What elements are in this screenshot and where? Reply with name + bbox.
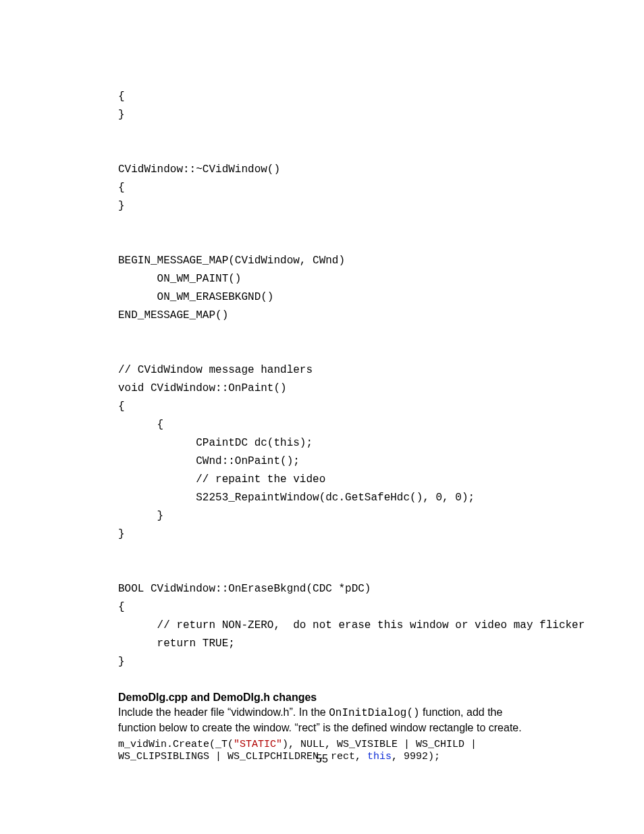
code-block-main: { } CVidWindow::~CVidWindow() { } BEGIN_… [118,88,526,671]
prose-text-1: Include the header file “vidwindow.h”. I… [118,706,329,718]
document-page: { } CVidWindow::~CVidWindow() { } BEGIN_… [0,0,644,834]
inline-code-oninitdialog: OnInitDialog() [329,707,419,719]
section-paragraph: Include the header file “vidwindow.h”. I… [118,705,526,735]
snippet-string-literal: "STATIC" [234,739,282,750]
snippet-part-1: m_vidWin.Create(_T( [118,739,234,750]
page-number: 55 [0,753,644,765]
section-heading: DemoDlg.cpp and DemoDlg.h changes [118,692,526,704]
